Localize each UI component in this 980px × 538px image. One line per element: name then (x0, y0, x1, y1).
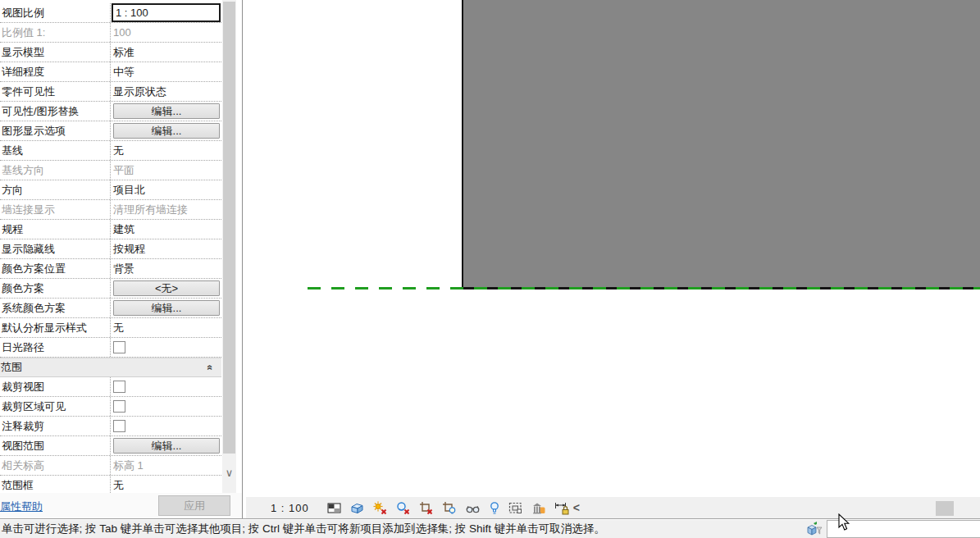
property-label: 日光路径 (0, 340, 110, 355)
property-label: 视图比例 (0, 6, 110, 21)
row-underlay: 基线 无 (0, 141, 221, 161)
property-label: 颜色方案 (0, 281, 110, 296)
visual-style-icon[interactable] (350, 501, 364, 515)
property-label: 图形显示选项 (0, 124, 110, 139)
revit-window: 视图比例 1 : 100 比例值 1: 100 显示模型 标准 详细程度 中等 … (0, 0, 980, 538)
row-crop-region-visible: 裁剪区域可见 (0, 397, 221, 417)
row-underlay-orientation: 基线方向 平面 (0, 161, 221, 180)
temporary-view-properties-icon[interactable] (508, 501, 522, 515)
property-cell (110, 377, 221, 396)
annotation-crop-checkbox[interactable] (113, 420, 125, 432)
selection-filter-icon[interactable] (806, 521, 823, 537)
property-value[interactable]: 标准 (110, 43, 221, 62)
row-parts-visibility: 零件可见性 显示原状态 (0, 82, 221, 102)
mouse-cursor (838, 513, 851, 531)
property-value[interactable]: 无 (110, 476, 221, 495)
floor-region[interactable] (462, 0, 980, 290)
row-scale-value: 比例值 1: 100 (0, 23, 221, 43)
property-label: 裁剪区域可见 (0, 399, 110, 414)
section-label: 范围 (0, 360, 22, 375)
row-orientation: 方向 项目北 (0, 180, 221, 200)
property-value[interactable]: 项目北 (110, 180, 221, 199)
sun-path-checkbox[interactable] (113, 341, 125, 353)
reveal-hidden-elements-icon[interactable] (490, 501, 499, 515)
property-label: 墙连接显示 (0, 203, 110, 217)
row-graphic-display-options: 图形显示选项 编辑... (0, 121, 221, 141)
property-value: 100 (110, 23, 221, 42)
property-value[interactable]: 显示原状态 (110, 82, 221, 101)
shadows-icon[interactable] (396, 501, 410, 515)
scale-icon[interactable] (327, 501, 341, 515)
row-show-hidden-lines: 显示隐藏线 按规程 (0, 239, 221, 259)
property-label: 方向 (0, 183, 110, 198)
property-label: 系统颜色方案 (0, 301, 110, 316)
property-value[interactable]: 建筑 (110, 220, 221, 239)
crop-view-checkbox[interactable] (113, 381, 125, 393)
row-color-scheme: 颜色方案 <无> (0, 279, 221, 299)
scrollbar-thumb[interactable] (223, 2, 235, 454)
property-label: 可见性/图形替换 (0, 104, 110, 119)
drawing-area[interactable] (246, 0, 980, 497)
view-scale-input[interactable]: 1 : 100 (112, 3, 221, 22)
scrollbar-down-arrow[interactable]: ∨ (222, 466, 236, 482)
properties-scrollbar[interactable]: ∨ (222, 0, 236, 493)
property-label: 详细程度 (0, 65, 110, 80)
collapse-arrow-icon[interactable]: < (573, 501, 580, 514)
property-cell: 编辑... (110, 436, 221, 455)
property-value[interactable]: 按规程 (110, 239, 221, 258)
properties-footer: 属性帮助 应用 (0, 493, 242, 518)
property-label: 颜色方案位置 (0, 262, 110, 276)
property-cell: 1 : 100 (110, 3, 221, 22)
temporary-hide-isolate-icon[interactable] (465, 501, 481, 515)
property-label: 范围框 (0, 478, 110, 493)
constraints-icon[interactable] (554, 501, 570, 515)
edit-button[interactable]: 编辑... (113, 123, 220, 139)
row-display-model: 显示模型 标准 (0, 43, 221, 62)
properties-help-link[interactable]: 属性帮助 (0, 499, 43, 514)
property-label: 基线方向 (0, 163, 110, 178)
properties-panel: 视图比例 1 : 100 比例值 1: 100 显示模型 标准 详细程度 中等 … (0, 0, 243, 518)
property-value[interactable]: 无 (110, 141, 221, 160)
panel-separator[interactable] (242, 0, 243, 518)
color-scheme-button[interactable]: <无> (113, 280, 220, 296)
section-header-extents[interactable]: 范围 « (0, 358, 221, 377)
row-view-range: 视图范围 编辑... (0, 436, 221, 456)
property-cell: 编辑... (110, 299, 221, 317)
edit-button[interactable]: 编辑... (113, 438, 220, 454)
property-label: 裁剪视图 (0, 380, 110, 394)
crop-view-icon[interactable] (419, 501, 433, 515)
property-label: 默认分析显示样式 (0, 321, 110, 335)
property-label: 基线 (0, 144, 110, 158)
status-message: 单击可进行选择; 按 Tab 键并单击可选择其他项目; 按 Ctrl 键并单击可… (2, 519, 605, 538)
property-label: 比例值 1: (0, 25, 110, 40)
crop-region-visible-checkbox[interactable] (113, 400, 125, 413)
status-bar: 单击可进行选择; 按 Tab 键并单击可选择其他项目; 按 Ctrl 键并单击可… (0, 518, 980, 538)
row-annotation-crop: 注释裁剪 (0, 417, 221, 436)
row-color-scheme-location: 颜色方案位置 背景 (0, 259, 221, 279)
property-value[interactable]: 背景 (110, 259, 221, 278)
row-sun-path: 日光路径 (0, 338, 221, 358)
apply-button[interactable]: 应用 (158, 495, 230, 516)
view-scale-button[interactable]: 1 : 100 (271, 502, 309, 514)
edit-button[interactable]: 编辑... (113, 103, 220, 119)
property-value: 平面 (110, 161, 221, 180)
property-cell (110, 338, 221, 357)
property-cell (110, 417, 221, 435)
property-cell (110, 397, 221, 416)
h-scrollbar-thumb[interactable] (936, 501, 954, 516)
property-value[interactable]: 无 (110, 318, 221, 337)
edit-button[interactable]: 编辑... (113, 300, 220, 316)
row-discipline: 规程 建筑 (0, 220, 221, 239)
property-label: 零件可见性 (0, 84, 110, 99)
sun-path-icon[interactable] (373, 501, 387, 515)
collapse-section-icon[interactable]: « (205, 365, 217, 371)
row-wall-join-display: 墙连接显示 清理所有墙连接 (0, 200, 221, 220)
row-view-scale: 视图比例 1 : 100 (0, 3, 221, 23)
property-label: 注释裁剪 (0, 419, 110, 434)
displaced-elements-icon[interactable] (531, 501, 545, 515)
property-value[interactable]: 中等 (110, 62, 221, 81)
row-default-analysis-style: 默认分析显示样式 无 (0, 318, 221, 338)
show-crop-region-icon[interactable] (442, 501, 456, 515)
row-visibility-overrides: 可见性/图形替换 编辑... (0, 102, 221, 121)
level-dashed-line[interactable] (308, 287, 980, 290)
